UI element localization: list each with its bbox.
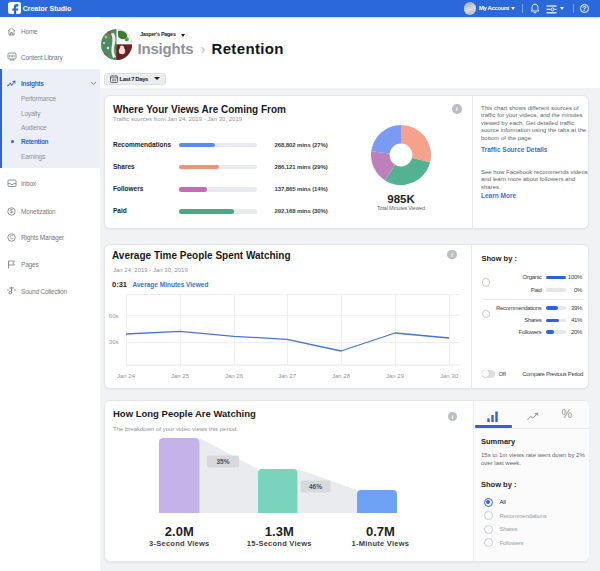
svg-text:$: $ (10, 208, 13, 214)
svg-text:46%: 46% (309, 483, 322, 490)
svg-text:35%: 35% (216, 458, 229, 465)
svg-text:C: C (10, 234, 14, 240)
